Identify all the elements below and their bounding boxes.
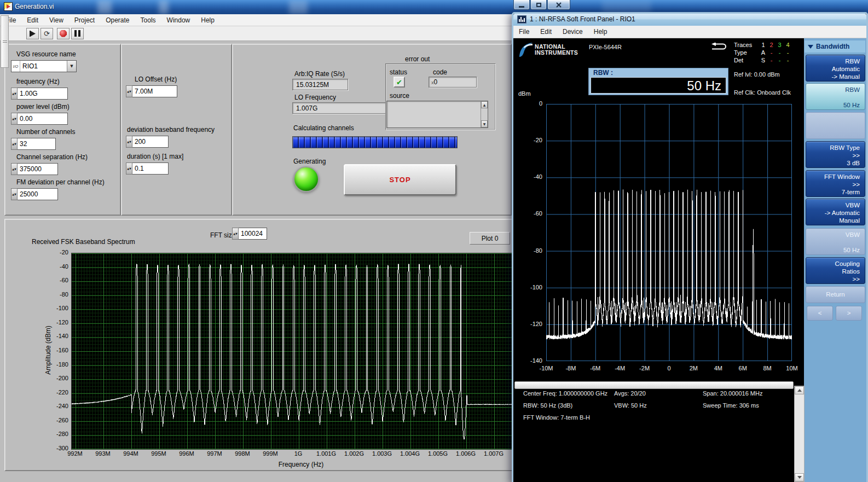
arb-iq-rate-label: Arb:IQ Rate (S/s) xyxy=(294,70,345,78)
power-level-value[interactable]: 0.00 xyxy=(18,113,68,125)
x-tick-label: 993M xyxy=(89,450,117,457)
plot-legend[interactable]: Plot 0 xyxy=(470,232,510,245)
scroll-down-icon[interactable]: ▼ xyxy=(481,120,488,127)
num-channels-control[interactable]: ▲▼ 32 xyxy=(11,138,56,150)
x-tick-label: 6M xyxy=(731,365,755,371)
scroll-up-icon[interactable] xyxy=(795,386,804,394)
menu-item-operate[interactable]: Operate xyxy=(100,14,135,26)
spinner-icon[interactable]: ▲▼ xyxy=(11,113,18,125)
menu-item-help[interactable]: Help xyxy=(588,26,613,37)
sidebar-button-blank[interactable] xyxy=(806,112,865,139)
dropdown-arrow-icon[interactable]: ▼ xyxy=(67,61,76,72)
sidebar-button-rbw-type-3-db[interactable]: RBW Type>>3 dB xyxy=(806,141,865,168)
frequency-label: frequency (Hz) xyxy=(16,78,60,85)
run-button[interactable] xyxy=(26,28,39,39)
menu-item-help[interactable]: Help xyxy=(195,14,220,26)
sidebar-button-vbw-automatic-manual[interactable]: VBW-> AutomaticManual xyxy=(806,199,865,225)
status-readout: Center Freq: 1.000000000 GHz xyxy=(523,387,607,399)
rfsa-window-title: 1 : NI-RFSA Soft Front Panel - RIO1 xyxy=(530,15,635,23)
x-tick-label: 10M xyxy=(780,365,804,371)
ref-level-readout: Ref lvl: 0.00 dBm xyxy=(734,71,780,78)
sidebar-button-rbw-automatic-manual[interactable]: RBWAutomatic-> Manual xyxy=(806,55,865,82)
sidebar-next-button[interactable]: > xyxy=(836,306,862,321)
rfsa-status-scrollbar[interactable] xyxy=(794,386,805,482)
fm-deviation-value[interactable]: 25000 xyxy=(18,188,58,200)
y-tick-label: -200 xyxy=(48,375,68,381)
titlebar-glare xyxy=(159,0,169,14)
pause-button[interactable] xyxy=(71,28,84,39)
x-tick-label: 1G xyxy=(285,450,312,457)
deviation-baseband-control[interactable]: ▲▼ 200 xyxy=(126,136,169,148)
error-source-field[interactable] xyxy=(386,101,488,128)
menu-item-edit[interactable]: Edit xyxy=(535,26,557,37)
menu-item-file[interactable]: File xyxy=(513,26,535,37)
frequency-value[interactable]: 1.00G xyxy=(18,88,68,100)
error-code-field: x0 xyxy=(429,77,477,88)
lo-offset-value[interactable]: 7.00M xyxy=(132,85,177,97)
lo-offset-control[interactable]: ▲▼ 7.00M xyxy=(126,85,177,97)
y-tick-label: -100 xyxy=(520,284,542,291)
x-tick-label: 4M xyxy=(706,365,730,371)
vsg-resource-combo[interactable]: I/O RIO1 ▼ xyxy=(11,60,77,72)
spinner-icon[interactable]: ▲▼ xyxy=(126,85,132,97)
deviation-baseband-value[interactable]: 200 xyxy=(132,136,169,148)
y-tick-label: -100 xyxy=(48,305,68,311)
rfsa-menubar: FileEditDeviceHelp xyxy=(513,26,866,38)
maximize-button[interactable] xyxy=(530,0,547,10)
menu-item-project[interactable]: Project xyxy=(69,14,100,26)
sidebar-button-fft-window-7-term[interactable]: FFT Window>>7-term xyxy=(806,170,865,197)
menu-item-tools[interactable]: Tools xyxy=(135,14,161,26)
sidebar-prev-button[interactable]: < xyxy=(807,306,833,321)
deviation-baseband-label: deviation baseband frequency xyxy=(127,126,215,133)
frequency-control[interactable]: ▲▼ 1.00G xyxy=(11,88,68,100)
channel-separation-control[interactable]: ▲▼ 375000 xyxy=(11,163,58,175)
num-channels-value[interactable]: 32 xyxy=(18,138,56,150)
sidebar-button-return[interactable]: Return xyxy=(806,286,865,303)
duration-label: duration (s) [1 max] xyxy=(127,153,183,160)
spinner-icon[interactable]: ▲▼ xyxy=(11,163,18,175)
spinner-icon[interactable]: ▲▼ xyxy=(126,136,132,148)
sidebar-button-vbw-50-hz[interactable]: VBW 50 Hz xyxy=(806,228,865,255)
minimize-button[interactable] xyxy=(513,0,530,10)
bandwidth-menu-header[interactable]: Bandwidth xyxy=(805,40,865,53)
scroll-up-icon[interactable]: ▲ xyxy=(481,101,488,108)
vsg-resource-label: VSG resource name xyxy=(16,50,76,58)
power-level-control[interactable]: ▲▼ 0.00 xyxy=(11,113,68,125)
spinner-icon[interactable]: ▲▼ xyxy=(11,138,18,150)
spinner-icon[interactable]: ▲▼ xyxy=(126,162,132,175)
trace-legend-value: 1 xyxy=(759,42,767,48)
y-tick-label: -120 xyxy=(520,321,542,327)
run-continuous-button[interactable]: ⟳ xyxy=(40,28,53,39)
trace-legend-value: - xyxy=(784,49,792,56)
error-source-label: source xyxy=(390,92,409,100)
y-tick-label: -180 xyxy=(48,361,68,368)
channel-separation-label: Channel separation (Hz) xyxy=(16,153,88,161)
menu-item-edit[interactable]: Edit xyxy=(21,14,44,26)
spinner-icon[interactable]: ▲▼ xyxy=(232,228,239,240)
duration-value[interactable]: 0.1 xyxy=(132,162,169,175)
menu-item-view[interactable]: View xyxy=(44,14,69,26)
close-button[interactable] xyxy=(547,0,570,10)
scroll-down-icon[interactable] xyxy=(795,473,804,481)
channel-separation-value[interactable]: 375000 xyxy=(18,163,58,175)
spinner-icon[interactable]: ▲▼ xyxy=(11,88,18,100)
duration-control[interactable]: ▲▼ 0.1 xyxy=(126,162,169,175)
error-status-label: status xyxy=(390,68,407,76)
fft-size-control[interactable]: ▲▼ 100024 xyxy=(232,228,267,240)
stop-button[interactable]: STOP xyxy=(344,164,456,195)
y-tick-label: -60 xyxy=(48,277,68,283)
fm-deviation-control[interactable]: ▲▼ 25000 xyxy=(11,188,58,200)
power-level-label: power level (dBm) xyxy=(16,103,70,111)
abort-button[interactable] xyxy=(57,28,70,39)
sidebar-button-coupling-ratios-[interactable]: CouplingRatios>> xyxy=(806,257,865,284)
scrollbar-thumb[interactable] xyxy=(1,15,9,68)
vsg-resource-value[interactable]: RIO1 xyxy=(20,61,67,72)
y-tick-label: -280 xyxy=(48,431,68,437)
menu-item-device[interactable]: Device xyxy=(557,26,588,37)
sidebar-button-rbw-50-hz[interactable]: RBW 50 Hz xyxy=(806,83,865,110)
menu-item-window[interactable]: Window xyxy=(161,14,196,26)
titlebar-glare xyxy=(289,0,308,14)
spinner-icon[interactable]: ▲▼ xyxy=(11,188,18,200)
error-source-scrollbar[interactable]: ▲ ▼ xyxy=(481,101,488,127)
fft-size-value[interactable]: 100024 xyxy=(239,228,267,240)
